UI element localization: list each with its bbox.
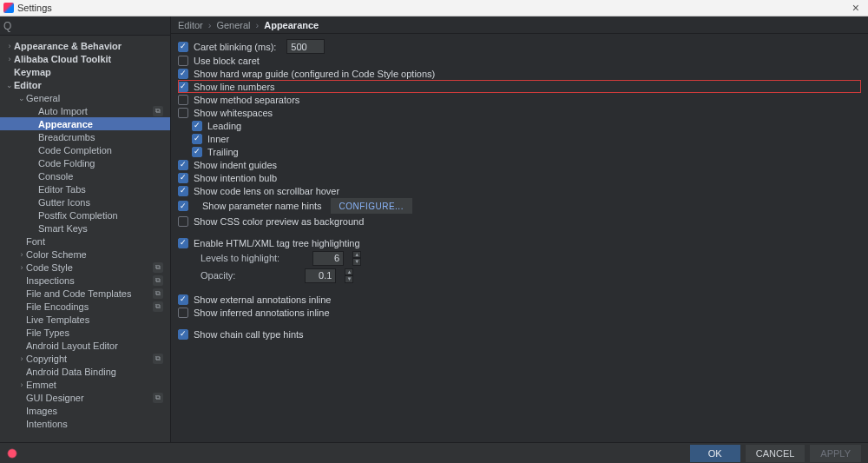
caret-blinking-value[interactable]: 500 bbox=[286, 39, 325, 54]
method-sep-checkbox[interactable] bbox=[178, 95, 188, 105]
opt-intention-bulb: Show intention bulb bbox=[178, 171, 861, 184]
whitespaces-checkbox[interactable] bbox=[178, 108, 188, 118]
block-caret-label: Use block caret bbox=[194, 56, 260, 66]
ws-inner-checkbox[interactable] bbox=[192, 134, 202, 144]
param-hints-checkbox[interactable] bbox=[178, 201, 188, 211]
chevron-right-icon[interactable]: › bbox=[17, 263, 26, 272]
sidebar-item-label: Images bbox=[26, 406, 167, 416]
chevron-up-icon[interactable]: ▲ bbox=[352, 251, 361, 259]
hard-wrap-checkbox[interactable] bbox=[178, 69, 188, 79]
levels-value[interactable]: 6 bbox=[312, 251, 344, 266]
ext-annot-checkbox[interactable] bbox=[178, 294, 188, 305]
sidebar-item-editor-tabs[interactable]: Editor Tabs bbox=[0, 182, 170, 195]
chevron-right-icon[interactable]: › bbox=[5, 55, 14, 63]
search-input[interactable] bbox=[15, 17, 170, 35]
chevron-right-icon[interactable]: › bbox=[17, 380, 26, 389]
opt-ws-leading: Leading bbox=[178, 119, 861, 132]
sidebar-item-label: Android Data Binding bbox=[26, 367, 167, 377]
opt-caret-blinking: Caret blinking (ms): 500 bbox=[178, 39, 861, 54]
sidebar-item-intentions[interactable]: Intentions bbox=[0, 417, 170, 430]
apply-button[interactable]: APPLY bbox=[810, 445, 861, 462]
chevron-right-icon: › bbox=[256, 20, 260, 30]
sidebar-item-file-types[interactable]: File Types bbox=[0, 326, 170, 339]
intention-bulb-checkbox[interactable] bbox=[178, 173, 188, 183]
crumb-general[interactable]: General bbox=[216, 20, 250, 30]
code-lens-checkbox[interactable] bbox=[178, 186, 188, 196]
sidebar-item-android-layout-editor[interactable]: Android Layout Editor bbox=[0, 339, 170, 352]
sidebar-item-auto-import[interactable]: Auto Import⧉ bbox=[0, 104, 170, 117]
opacity-label: Opacity: bbox=[201, 270, 235, 281]
sidebar-item-code-style[interactable]: ›Code Style⧉ bbox=[0, 261, 170, 274]
sidebar-item-label: Copyright bbox=[26, 354, 153, 364]
inf-annot-label: Show inferred annotations inline bbox=[194, 308, 330, 318]
sidebar-item-images[interactable]: Images bbox=[0, 404, 170, 417]
ws-trailing-checkbox[interactable] bbox=[192, 147, 202, 157]
chevron-right-icon[interactable]: › bbox=[17, 354, 26, 363]
opt-ext-annot: Show external annotations inline bbox=[178, 293, 861, 306]
sidebar-item-live-templates[interactable]: Live Templates bbox=[0, 313, 170, 326]
chevron-right-icon[interactable]: › bbox=[17, 250, 26, 259]
sidebar-item-code-completion[interactable]: Code Completion bbox=[0, 143, 170, 156]
sidebar-item-label: Android Layout Editor bbox=[26, 341, 167, 351]
sidebar-item-console[interactable]: Console bbox=[0, 169, 170, 182]
close-icon[interactable]: × bbox=[847, 2, 865, 14]
chevron-down-icon[interactable]: ▼ bbox=[345, 275, 353, 283]
cancel-button[interactable]: CANCEL bbox=[746, 445, 806, 462]
ws-leading-checkbox[interactable] bbox=[192, 121, 202, 131]
project-scope-icon: ⧉ bbox=[153, 275, 163, 286]
caret-blinking-label: Caret blinking (ms): bbox=[194, 42, 276, 52]
sidebar-item-copyright[interactable]: ›Copyright⧉ bbox=[0, 352, 170, 365]
block-caret-checkbox[interactable] bbox=[178, 56, 188, 66]
chevron-down-icon[interactable]: ▼ bbox=[352, 258, 361, 266]
opt-param-hints: Show parameter name hints CONFIGURE... bbox=[178, 197, 861, 215]
levels-stepper[interactable]: ▲▼ bbox=[352, 251, 361, 266]
ws-inner-label: Inner bbox=[207, 134, 229, 144]
sidebar-item-android-data-binding[interactable]: Android Data Binding bbox=[0, 365, 170, 378]
sidebar-item-file-and-code-templates[interactable]: File and Code Templates⧉ bbox=[0, 287, 170, 300]
chevron-down-icon[interactable]: ⌄ bbox=[5, 81, 14, 89]
project-scope-icon: ⧉ bbox=[153, 354, 163, 364]
sidebar-item-font[interactable]: Font bbox=[0, 235, 170, 248]
sidebar-item-gui-designer[interactable]: GUI Designer⧉ bbox=[0, 391, 170, 404]
opt-indent-guides: Show indent guides bbox=[178, 158, 861, 171]
sidebar-item-gutter-icons[interactable]: Gutter Icons bbox=[0, 195, 170, 208]
settings-sidebar: Q ›Appearance & Behavior›Alibaba Cloud T… bbox=[0, 17, 171, 442]
sidebar-item-postfix-completion[interactable]: Postfix Completion bbox=[0, 208, 170, 222]
crumb-appearance: Appearance bbox=[264, 20, 319, 30]
sidebar-item-label: Smart Keys bbox=[38, 223, 167, 234]
css-color-checkbox[interactable] bbox=[178, 216, 188, 227]
inf-annot-checkbox[interactable] bbox=[178, 308, 188, 318]
opt-code-lens: Show code lens on scrollbar hover bbox=[178, 184, 861, 197]
sidebar-item-alibaba-cloud-toolkit[interactable]: ›Alibaba Cloud Toolkit bbox=[0, 52, 170, 65]
line-numbers-checkbox[interactable] bbox=[178, 82, 188, 92]
chain-hints-checkbox[interactable] bbox=[178, 329, 188, 340]
sidebar-item-file-encodings[interactable]: File Encodings⧉ bbox=[0, 300, 170, 313]
sidebar-item-color-scheme[interactable]: ›Color Scheme bbox=[0, 248, 170, 261]
sidebar-item-appearance[interactable]: Appearance bbox=[0, 117, 170, 130]
opacity-value[interactable]: 0.1 bbox=[305, 268, 336, 283]
ws-trailing-label: Trailing bbox=[207, 147, 239, 157]
sidebar-item-appearance-behavior[interactable]: ›Appearance & Behavior bbox=[0, 39, 170, 52]
sidebar-item-smart-keys[interactable]: Smart Keys bbox=[0, 222, 170, 235]
chain-hints-label: Show chain call type hints bbox=[194, 329, 304, 340]
sidebar-item-label: Alibaba Cloud Toolkit bbox=[14, 54, 167, 64]
chevron-down-icon[interactable]: ⌄ bbox=[17, 94, 26, 103]
configure-button[interactable]: CONFIGURE... bbox=[331, 198, 412, 214]
sidebar-item-keymap[interactable]: Keymap bbox=[0, 65, 170, 78]
sidebar-item-breadcrumbs[interactable]: Breadcrumbs bbox=[0, 130, 170, 143]
ok-button[interactable]: OK bbox=[690, 445, 740, 462]
project-scope-icon: ⧉ bbox=[153, 301, 163, 312]
sidebar-item-code-folding[interactable]: Code Folding bbox=[0, 156, 170, 169]
opt-line-numbers: Show line numbers bbox=[178, 80, 861, 93]
crumb-editor[interactable]: Editor bbox=[178, 20, 203, 30]
opacity-stepper[interactable]: ▲▼ bbox=[345, 268, 353, 283]
chevron-right-icon[interactable]: › bbox=[5, 42, 14, 50]
tag-tree-checkbox[interactable] bbox=[178, 238, 188, 248]
chevron-up-icon[interactable]: ▲ bbox=[345, 268, 353, 276]
sidebar-item-emmet[interactable]: ›Emmet bbox=[0, 378, 170, 391]
sidebar-item-inspections[interactable]: Inspections⧉ bbox=[0, 274, 170, 287]
sidebar-item-editor[interactable]: ⌄Editor bbox=[0, 78, 170, 91]
caret-blinking-checkbox[interactable] bbox=[178, 42, 188, 52]
indent-guides-checkbox[interactable] bbox=[178, 160, 188, 170]
sidebar-item-general[interactable]: ⌄General bbox=[0, 91, 170, 104]
